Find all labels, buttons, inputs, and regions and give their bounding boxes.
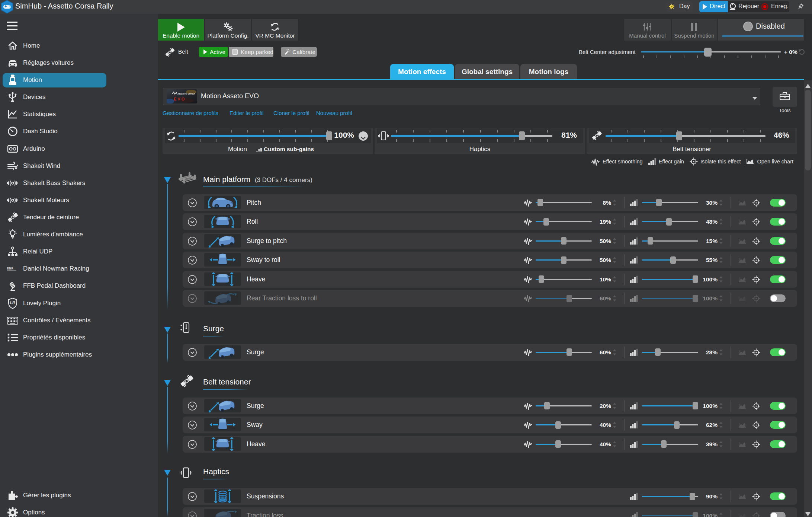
- svg-text:ASSETTO CORSA: ASSETTO CORSA: [177, 93, 195, 95]
- svg-text:EVO: EVO: [174, 97, 186, 101]
- svg-text:DNR: DNR: [7, 267, 13, 271]
- svg-text:LR: LR: [10, 301, 15, 305]
